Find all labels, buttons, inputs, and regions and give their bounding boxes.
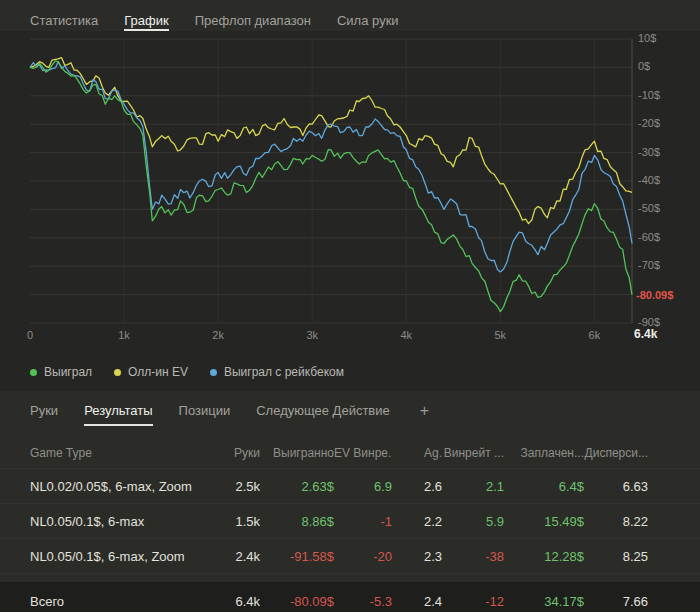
results-tab-1[interactable]: Руки	[30, 403, 58, 424]
add-tab-button[interactable]: +	[416, 403, 433, 419]
poker-tracker-window: СтатистикаГрафикПрефлоп диапазонСила рук…	[0, 0, 700, 612]
y-axis-label: -40$	[638, 174, 660, 186]
chart-section: 10$0$-10$-20$-30$-40$-50$-60$-70$-80$-90…	[0, 31, 700, 391]
chart-canvas	[0, 31, 700, 356]
table-cell: 2.1	[442, 479, 504, 494]
x-axis-label: 0	[27, 329, 33, 341]
y-axis-label: -70$	[638, 259, 660, 271]
y-axis-label: -60$	[638, 231, 660, 243]
y-axis-label: 10$	[638, 32, 656, 44]
x-axis-label: 4k	[400, 329, 412, 341]
y-axis-label: -20$	[638, 117, 660, 129]
x-axis-label: 6k	[589, 329, 601, 341]
x-axis-end-label: 6.4k	[634, 327, 657, 341]
legend-item-3[interactable]: Выиграл с рейкбеком	[210, 365, 344, 379]
legend-label: Олл-ин EV	[128, 365, 188, 379]
table-cell: -91.58$	[260, 549, 334, 564]
table-row[interactable]: NL0.05/0.1$, 6-max1.5k8.86$-12.25.915.49…	[0, 504, 700, 539]
legend-dot-icon	[114, 369, 121, 376]
y-axis-label: -30$	[638, 146, 660, 158]
table-cell: 8.25	[584, 549, 648, 564]
table-cell: Всего	[30, 594, 210, 609]
x-axis-label: 1k	[118, 329, 130, 341]
x-axis-label: 5k	[495, 329, 507, 341]
top-tab-3[interactable]: Префлоп диапазон	[195, 13, 311, 31]
column-header[interactable]: Ag.	[392, 446, 442, 460]
table-cell: -5.3	[334, 594, 392, 609]
table-cell: 34.17$	[504, 594, 584, 609]
results-table: Game TypeРукиВыигранноEV Винре...Ag.Винр…	[0, 438, 700, 612]
legend-label: Выиграл с рейкбеком	[224, 365, 344, 379]
table-cell: -1	[334, 514, 392, 529]
legend-dot-icon	[30, 369, 37, 376]
chart-legend: ВыигралОлл-ин EVВыиграл с рейкбеком	[0, 356, 700, 391]
x-axis-label: 3k	[306, 329, 318, 341]
table-cell: 6.9	[334, 479, 392, 494]
series-2-line	[30, 62, 632, 272]
table-cell: -80.09$	[260, 594, 334, 609]
table-cell: 2.4k	[210, 549, 260, 564]
column-header[interactable]: Заплачен...	[504, 446, 584, 460]
table-cell: 6.63	[584, 479, 648, 494]
y-axis-label: -10$	[638, 89, 660, 101]
top-tab-4[interactable]: Сила руки	[337, 13, 399, 31]
legend-label: Выиграл	[44, 365, 92, 379]
results-tab-4[interactable]: Следующее Действие	[256, 403, 390, 424]
table-cell: 2.6	[392, 479, 442, 494]
top-tab-1[interactable]: Статистика	[30, 13, 98, 31]
series-1-line	[30, 58, 632, 224]
legend-item-2[interactable]: Олл-ин EV	[114, 365, 188, 379]
table-cell: 6.4k	[210, 594, 260, 609]
table-cell: 2.5k	[210, 479, 260, 494]
table-cell: -20	[334, 549, 392, 564]
table-cell: 12.28$	[504, 549, 584, 564]
table-cell: NL0.05/0.1$, 6-max, Zoom	[30, 549, 210, 564]
table-cell: 1.5k	[210, 514, 260, 529]
table-cell: 5.9	[442, 514, 504, 529]
table-cell: 7.66	[584, 594, 648, 609]
column-header[interactable]: EV Винре...	[334, 446, 392, 460]
results-tab-3[interactable]: Позиции	[179, 403, 231, 424]
column-header[interactable]: Руки	[210, 446, 260, 460]
table-cell: 2.3	[392, 549, 442, 564]
table-cell: 2.4	[392, 594, 442, 609]
column-header[interactable]: Винрейт ...	[442, 446, 504, 460]
table-header-row: Game TypeРукиВыигранноEV Винре...Ag.Винр…	[0, 438, 700, 469]
top-tab-bar: СтатистикаГрафикПрефлоп диапазонСила рук…	[0, 0, 700, 31]
column-header[interactable]: Дисперси...	[584, 446, 648, 460]
column-header[interactable]: Game Type	[30, 446, 210, 460]
total-row[interactable]: Всего6.4k-80.09$-5.32.4-1234.17$7.66	[0, 582, 700, 612]
table-cell: 8.86$	[260, 514, 334, 529]
table-cell: NL0.05/0.1$, 6-max	[30, 514, 210, 529]
table-cell: -12	[442, 594, 504, 609]
table-cell: -38	[442, 549, 504, 564]
y-axis-label: 0$	[638, 60, 650, 72]
current-value-label: -80.09$	[634, 288, 675, 302]
legend-item-1[interactable]: Выиграл	[30, 365, 92, 379]
table-cell: 2.63$	[260, 479, 334, 494]
table-cell: 2.2	[392, 514, 442, 529]
table-cell: NL0.02/0.05$, 6-max, Zoom	[30, 479, 210, 494]
legend-dot-icon	[210, 369, 217, 376]
results-tab-2[interactable]: Результаты	[84, 403, 152, 426]
column-header[interactable]: Выигранно	[260, 446, 334, 460]
table-cell: 15.49$	[504, 514, 584, 529]
table-row[interactable]: NL0.05/0.1$, 6-max, Zoom2.4k-91.58$-202.…	[0, 539, 700, 574]
top-tab-2[interactable]: График	[124, 13, 168, 31]
y-axis-label: -50$	[638, 202, 660, 214]
results-tab-bar: РукиРезультатыПозицииСледующее Действие+	[0, 391, 700, 426]
x-axis-label: 2k	[212, 329, 224, 341]
table-cell: 6.4$	[504, 479, 584, 494]
table-cell: 8.22	[584, 514, 648, 529]
table-row[interactable]: NL0.02/0.05$, 6-max, Zoom2.5k2.63$6.92.6…	[0, 469, 700, 504]
winnings-chart: 10$0$-10$-20$-30$-40$-50$-60$-70$-80$-90…	[0, 31, 700, 356]
